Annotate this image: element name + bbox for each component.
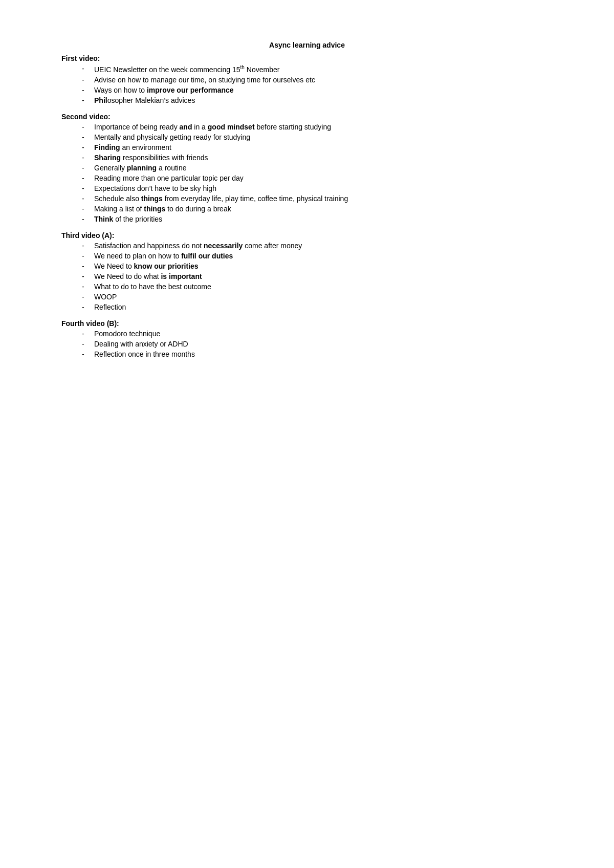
dash-icon: - <box>82 96 92 104</box>
item-text: Pomodoro technique <box>94 330 553 338</box>
item-text: We need to plan on how to fulfil our dut… <box>94 252 553 260</box>
section-third-video: Third video (A):-Satisfaction and happin… <box>61 231 553 311</box>
section-heading-second-video: Second video: <box>61 113 553 121</box>
list-item: -Schedule also things from everyday life… <box>61 194 553 203</box>
item-text: Expectations don’t have to be sky high <box>94 184 553 192</box>
item-text: Reflection once in three months <box>94 350 553 358</box>
list-item: -UEIC Newsletter on the week commencing … <box>61 64 553 74</box>
item-text: Making a list of things to do during a b… <box>94 205 553 213</box>
list-item: -Making a list of things to do during a … <box>61 205 553 213</box>
list-item: -Mentally and physically getting ready f… <box>61 133 553 141</box>
dash-icon: - <box>82 330 92 338</box>
item-text: Dealing with anxiety or ADHD <box>94 340 553 348</box>
dash-icon: - <box>82 205 92 213</box>
list-item: -We need to plan on how to fulfil our du… <box>61 252 553 260</box>
dash-icon: - <box>82 283 92 291</box>
list-item: -Advise on how to manage our time, on st… <box>61 76 553 84</box>
dash-icon: - <box>82 272 92 280</box>
item-text: Philosopher Malekian’s advices <box>94 96 553 104</box>
list-item: -Philosopher Malekian’s advices <box>61 96 553 104</box>
section-first-video: First video:-UEIC Newsletter on the week… <box>61 54 553 104</box>
item-text: Schedule also things from everyday life,… <box>94 194 553 203</box>
dash-icon: - <box>82 303 92 311</box>
sections-container: First video:-UEIC Newsletter on the week… <box>61 54 553 358</box>
list-item: -Sharing responsibilities with friends <box>61 154 553 162</box>
item-text: Importance of being ready and in a good … <box>94 123 553 131</box>
item-text: Advise on how to manage our time, on stu… <box>94 76 553 84</box>
item-text: What to do to have the best outcome <box>94 283 553 291</box>
list-item: -Pomodoro technique <box>61 330 553 338</box>
dash-icon: - <box>82 194 92 203</box>
item-text: Think of the priorities <box>94 215 553 223</box>
dash-icon: - <box>82 252 92 260</box>
list-item: -What to do to have the best outcome <box>61 283 553 291</box>
section-heading-fourth-video: Fourth video (B): <box>61 319 553 328</box>
dash-icon: - <box>82 242 92 250</box>
dash-icon: - <box>82 262 92 270</box>
dash-icon: - <box>82 76 92 84</box>
section-fourth-video: Fourth video (B):-Pomodoro technique-Dea… <box>61 319 553 358</box>
dash-icon: - <box>82 64 92 73</box>
list-item: -Generally planning a routine <box>61 164 553 172</box>
dash-icon: - <box>82 164 92 172</box>
list-item: -Reflection <box>61 303 553 311</box>
list-item: -We Need to know our priorities <box>61 262 553 270</box>
dash-icon: - <box>82 215 92 223</box>
bullet-list-third-video: -Satisfaction and happiness do not neces… <box>61 242 553 311</box>
page-title: Async learning advice <box>61 41 553 49</box>
dash-icon: - <box>82 293 92 301</box>
list-item: -Satisfaction and happiness do not neces… <box>61 242 553 250</box>
item-text: We Need to know our priorities <box>94 262 553 270</box>
list-item: -WOOP <box>61 293 553 301</box>
item-text: Reflection <box>94 303 553 311</box>
item-text: UEIC Newsletter on the week commencing 1… <box>94 64 553 74</box>
section-heading-first-video: First video: <box>61 54 553 62</box>
list-item: -Reflection once in three months <box>61 350 553 358</box>
dash-icon: - <box>82 350 92 358</box>
list-item: -Think of the priorities <box>61 215 553 223</box>
bullet-list-fourth-video: -Pomodoro technique-Dealing with anxiety… <box>61 330 553 358</box>
dash-icon: - <box>82 340 92 348</box>
item-text: Satisfaction and happiness do not necess… <box>94 242 553 250</box>
list-item: -Expectations don’t have to be sky high <box>61 184 553 192</box>
list-item: -We Need to do what is important <box>61 272 553 280</box>
dash-icon: - <box>82 174 92 182</box>
bullet-list-second-video: -Importance of being ready and in a good… <box>61 123 553 223</box>
list-item: -Ways on how to improve our performance <box>61 86 553 94</box>
list-item: -Finding an environment <box>61 143 553 151</box>
dash-icon: - <box>82 184 92 192</box>
list-item: -Dealing with anxiety or ADHD <box>61 340 553 348</box>
section-second-video: Second video:-Importance of being ready … <box>61 113 553 223</box>
item-text: Finding an environment <box>94 143 553 151</box>
item-text: WOOP <box>94 293 553 301</box>
page-container: Async learning advice First video:-UEIC … <box>61 41 553 358</box>
item-text: We Need to do what is important <box>94 272 553 280</box>
dash-icon: - <box>82 123 92 131</box>
section-heading-third-video: Third video (A): <box>61 231 553 240</box>
dash-icon: - <box>82 154 92 162</box>
dash-icon: - <box>82 133 92 141</box>
list-item: -Reading more than one particular topic … <box>61 174 553 182</box>
item-text: Sharing responsibilities with friends <box>94 154 553 162</box>
list-item: -Importance of being ready and in a good… <box>61 123 553 131</box>
item-text: Mentally and physically getting ready fo… <box>94 133 553 141</box>
item-text: Reading more than one particular topic p… <box>94 174 553 182</box>
dash-icon: - <box>82 86 92 94</box>
bullet-list-first-video: -UEIC Newsletter on the week commencing … <box>61 64 553 104</box>
dash-icon: - <box>82 143 92 151</box>
item-text: Generally planning a routine <box>94 164 553 172</box>
item-text: Ways on how to improve our performance <box>94 86 553 94</box>
